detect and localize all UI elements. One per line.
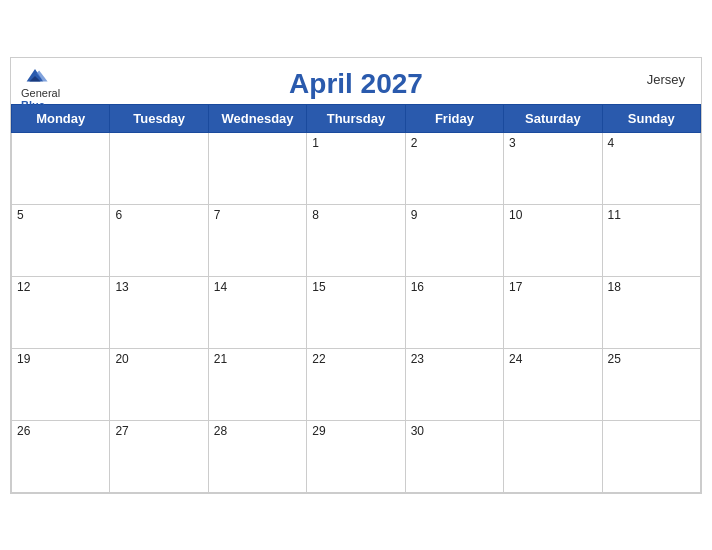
- day-cell-26: 26: [12, 420, 110, 492]
- day-number-23: 23: [411, 352, 424, 366]
- empty-cell: [504, 420, 602, 492]
- day-cell-6: 6: [110, 204, 208, 276]
- day-cell-19: 19: [12, 348, 110, 420]
- day-cell-11: 11: [602, 204, 700, 276]
- day-cell-29: 29: [307, 420, 405, 492]
- day-cell-30: 30: [405, 420, 503, 492]
- day-cell-12: 12: [12, 276, 110, 348]
- day-number-26: 26: [17, 424, 30, 438]
- day-number-14: 14: [214, 280, 227, 294]
- day-cell-1: 1: [307, 132, 405, 204]
- day-number-30: 30: [411, 424, 424, 438]
- logo-blue-text: Blue: [21, 99, 45, 111]
- empty-cell: [602, 420, 700, 492]
- header-friday: Friday: [405, 104, 503, 132]
- day-cell-27: 27: [110, 420, 208, 492]
- day-cell-18: 18: [602, 276, 700, 348]
- header-tuesday: Tuesday: [110, 104, 208, 132]
- week-row-1: 1234: [12, 132, 701, 204]
- day-cell-5: 5: [12, 204, 110, 276]
- header-sunday: Sunday: [602, 104, 700, 132]
- day-cell-8: 8: [307, 204, 405, 276]
- logo-icon: [21, 66, 49, 86]
- day-cell-17: 17: [504, 276, 602, 348]
- day-cell-2: 2: [405, 132, 503, 204]
- day-cell-4: 4: [602, 132, 700, 204]
- day-number-12: 12: [17, 280, 30, 294]
- day-cell-21: 21: [208, 348, 306, 420]
- day-cell-28: 28: [208, 420, 306, 492]
- day-number-21: 21: [214, 352, 227, 366]
- day-cell-24: 24: [504, 348, 602, 420]
- header-thursday: Thursday: [307, 104, 405, 132]
- day-number-19: 19: [17, 352, 30, 366]
- day-number-24: 24: [509, 352, 522, 366]
- day-number-29: 29: [312, 424, 325, 438]
- calendar-body: 1234567891011121314151617181920212223242…: [12, 132, 701, 492]
- logo-area: General Blue: [21, 66, 60, 111]
- day-number-20: 20: [115, 352, 128, 366]
- calendar-container: General Blue April 2027 Jersey Monday Tu…: [10, 57, 702, 494]
- day-number-11: 11: [608, 208, 621, 222]
- day-number-25: 25: [608, 352, 621, 366]
- day-number-9: 9: [411, 208, 418, 222]
- day-cell-9: 9: [405, 204, 503, 276]
- calendar-table: Monday Tuesday Wednesday Thursday Friday…: [11, 104, 701, 493]
- day-cell-16: 16: [405, 276, 503, 348]
- day-cell-25: 25: [602, 348, 700, 420]
- day-cell-15: 15: [307, 276, 405, 348]
- week-row-2: 567891011: [12, 204, 701, 276]
- day-number-1: 1: [312, 136, 319, 150]
- day-number-13: 13: [115, 280, 128, 294]
- empty-cell: [12, 132, 110, 204]
- day-cell-13: 13: [110, 276, 208, 348]
- day-cell-7: 7: [208, 204, 306, 276]
- week-row-4: 19202122232425: [12, 348, 701, 420]
- day-number-4: 4: [608, 136, 615, 150]
- day-number-3: 3: [509, 136, 516, 150]
- day-number-7: 7: [214, 208, 221, 222]
- weekday-header-row: Monday Tuesday Wednesday Thursday Friday…: [12, 104, 701, 132]
- day-cell-20: 20: [110, 348, 208, 420]
- header-wednesday: Wednesday: [208, 104, 306, 132]
- day-number-18: 18: [608, 280, 621, 294]
- empty-cell: [110, 132, 208, 204]
- day-cell-14: 14: [208, 276, 306, 348]
- day-cell-3: 3: [504, 132, 602, 204]
- header-saturday: Saturday: [504, 104, 602, 132]
- day-number-8: 8: [312, 208, 319, 222]
- logo-general-text: General: [21, 87, 60, 99]
- day-number-10: 10: [509, 208, 522, 222]
- day-number-15: 15: [312, 280, 325, 294]
- day-number-5: 5: [17, 208, 24, 222]
- day-number-28: 28: [214, 424, 227, 438]
- day-number-2: 2: [411, 136, 418, 150]
- day-cell-22: 22: [307, 348, 405, 420]
- calendar-header: General Blue April 2027 Jersey: [11, 58, 701, 104]
- day-number-16: 16: [411, 280, 424, 294]
- day-number-27: 27: [115, 424, 128, 438]
- day-number-6: 6: [115, 208, 122, 222]
- day-cell-10: 10: [504, 204, 602, 276]
- week-row-3: 12131415161718: [12, 276, 701, 348]
- empty-cell: [208, 132, 306, 204]
- day-number-17: 17: [509, 280, 522, 294]
- calendar-title: April 2027: [27, 68, 685, 100]
- region-label: Jersey: [647, 72, 685, 87]
- day-cell-23: 23: [405, 348, 503, 420]
- week-row-5: 2627282930: [12, 420, 701, 492]
- day-number-22: 22: [312, 352, 325, 366]
